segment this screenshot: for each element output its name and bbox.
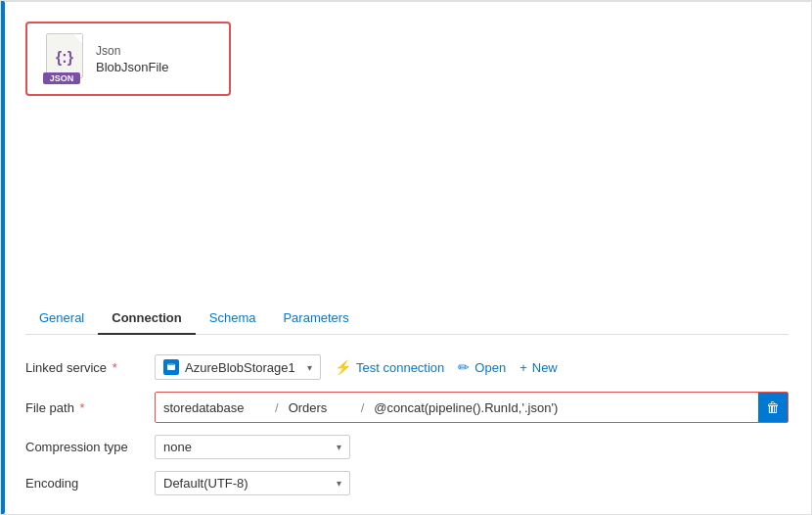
encoding-chevron-icon: ▾ xyxy=(337,478,341,489)
file-path-segment1-input[interactable] xyxy=(156,393,273,422)
test-connection-link[interactable]: ⚡ Test connection xyxy=(335,359,444,375)
spacer xyxy=(25,106,789,303)
file-path-label-text: File path xyxy=(25,400,74,415)
new-label: New xyxy=(532,360,558,375)
compression-row: Compression type none ▾ xyxy=(25,435,789,459)
dataset-card: {:} JSON Json BlobJsonFile xyxy=(25,22,231,96)
linked-service-label: Linked service * xyxy=(25,360,143,375)
linked-service-row: Linked service * AzureBlobStorage1 ▾ ⚡ T… xyxy=(25,354,789,380)
file-path-controls: / / 🗑 xyxy=(155,392,789,423)
form-section: Linked service * AzureBlobStorage1 ▾ ⚡ T… xyxy=(25,351,789,499)
open-icon: ✏ xyxy=(458,359,470,375)
tabs-bar: General Connection Schema Parameters xyxy=(25,303,789,335)
json-icon-wrapper: {:} JSON xyxy=(43,33,86,84)
path-separator-2: / xyxy=(359,393,367,422)
new-plus-icon: + xyxy=(519,360,527,375)
linked-service-dropdown[interactable]: AzureBlobStorage1 ▾ xyxy=(155,354,321,380)
linked-service-label-text: Linked service xyxy=(25,360,107,375)
compression-dropdown[interactable]: none ▾ xyxy=(155,435,350,459)
chevron-down-icon: ▾ xyxy=(307,362,312,373)
dataset-name-label: BlobJsonFile xyxy=(96,60,168,74)
main-window: {:} JSON Json BlobJsonFile General Conne… xyxy=(0,0,812,515)
encoding-value: Default(UTF-8) xyxy=(163,476,331,491)
content-area: {:} JSON Json BlobJsonFile General Conne… xyxy=(1,1,812,515)
linked-service-value: AzureBlobStorage1 xyxy=(185,360,301,375)
file-path-row: File path * / / 🗑 xyxy=(25,392,789,423)
compression-label: Compression type xyxy=(25,440,143,454)
brace-symbol-icon: {:} xyxy=(56,49,73,67)
path-separator-1: / xyxy=(273,393,281,422)
tab-connection[interactable]: Connection xyxy=(98,303,196,335)
tab-schema[interactable]: Schema xyxy=(196,303,270,335)
dataset-type-label: Json xyxy=(96,44,168,58)
file-path-segment2-input[interactable] xyxy=(281,393,359,422)
test-connection-icon: ⚡ xyxy=(335,359,351,375)
linked-service-controls: AzureBlobStorage1 ▾ ⚡ Test connection ✏ … xyxy=(155,354,789,380)
compression-chevron-icon: ▾ xyxy=(337,442,341,452)
delete-icon: 🗑 xyxy=(766,399,780,415)
open-link[interactable]: ✏ Open xyxy=(458,359,506,375)
compression-value: none xyxy=(163,440,331,454)
new-link[interactable]: + New xyxy=(519,360,558,375)
file-path-segment3-input[interactable] xyxy=(366,393,758,422)
dataset-info: Json BlobJsonFile xyxy=(96,44,168,74)
tab-parameters[interactable]: Parameters xyxy=(269,303,362,335)
svg-rect-1 xyxy=(168,363,174,365)
json-badge: JSON xyxy=(43,72,80,84)
test-connection-label: Test connection xyxy=(356,360,444,375)
file-path-required-star: * xyxy=(76,400,85,415)
encoding-label: Encoding xyxy=(25,476,143,491)
file-path-delete-button[interactable]: 🗑 xyxy=(758,393,788,422)
open-label: Open xyxy=(474,360,506,375)
tab-general[interactable]: General xyxy=(25,303,98,335)
accent-bar xyxy=(1,1,5,514)
dataset-card-area: {:} JSON Json BlobJsonFile xyxy=(25,18,789,106)
encoding-row: Encoding Default(UTF-8) ▾ xyxy=(25,471,789,495)
file-path-label: File path * xyxy=(25,400,143,415)
storage-icon xyxy=(163,359,179,375)
encoding-dropdown[interactable]: Default(UTF-8) ▾ xyxy=(155,471,350,495)
linked-service-required-star: * xyxy=(109,360,117,375)
